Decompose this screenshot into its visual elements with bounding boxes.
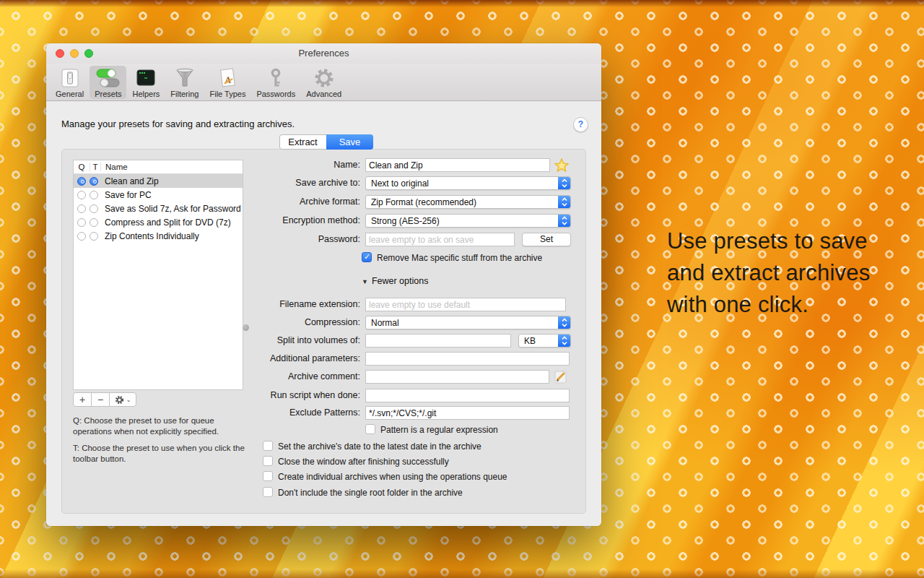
exclude-patterns-row: Exclude Patterns: xyxy=(62,406,585,420)
intro-text: Manage your presets for saving and extra… xyxy=(61,118,295,129)
archive-comment-row: Archive comment: xyxy=(62,370,585,384)
presets-panel: Q T Name Clean and Zip Save for PC xyxy=(61,149,586,514)
additional-parameters-input[interactable] xyxy=(365,352,570,366)
split-volumes-row: Split into volumes of: KB xyxy=(62,334,585,348)
toolbar-item-advanced[interactable]: Advanced xyxy=(301,66,346,99)
marketing-tagline: Use presets to save and extract archives… xyxy=(667,225,884,321)
toolbar-item-helpers[interactable]: Helpers xyxy=(127,66,165,99)
save-archive-to-popup[interactable]: Next to original xyxy=(365,176,571,190)
run-script-row: Run script when done: xyxy=(62,389,585,403)
presets-toggles-icon xyxy=(96,67,121,89)
split-volumes-input[interactable] xyxy=(365,334,511,348)
popup-arrows-icon xyxy=(558,215,570,227)
run-script-input[interactable] xyxy=(365,389,570,402)
preset-name-input[interactable] xyxy=(365,158,550,172)
helpers-terminal-icon xyxy=(136,67,156,89)
split-unit-popup[interactable]: KB xyxy=(518,334,571,348)
toolbar-note: T: Choose the preset to use when you cli… xyxy=(73,443,255,465)
remove-mac-checkbox[interactable] xyxy=(362,252,372,262)
filtering-funnel-icon xyxy=(175,67,195,89)
toolbar-item-general[interactable]: General xyxy=(51,66,89,99)
tab-extract[interactable]: Extract xyxy=(279,134,326,150)
preferences-toolbar: General Presets Helpers Filtering xyxy=(46,64,601,101)
advanced-gear-icon xyxy=(313,67,335,89)
help-button[interactable]: ? xyxy=(573,117,588,132)
name-row: Name: xyxy=(62,158,585,173)
compression-popup[interactable]: Normal xyxy=(365,316,571,329)
disclosure-triangle-icon: ▼ xyxy=(362,278,368,285)
toolbar-item-filtering[interactable]: Filtering xyxy=(165,66,204,99)
favorite-star-icon[interactable] xyxy=(554,158,570,173)
window-title: Preferences xyxy=(46,48,601,59)
popup-arrows-icon xyxy=(558,196,570,208)
preferences-content: Manage your presets for saving and extra… xyxy=(46,102,601,526)
filename-extension-input[interactable] xyxy=(365,298,566,311)
general-switch-icon xyxy=(60,67,80,89)
title-bar: Preferences xyxy=(46,43,601,64)
file-types-document-icon: A xyxy=(217,67,237,89)
popup-arrows-icon xyxy=(558,316,570,329)
popup-arrows-icon xyxy=(558,177,570,189)
archive-date-checkbox[interactable] xyxy=(263,441,273,451)
preferences-window: Preferences General Presets Helpers xyxy=(46,43,601,526)
encryption-method-row: Encryption method: Strong (AES-256) xyxy=(62,214,585,228)
tab-save[interactable]: Save xyxy=(326,134,373,150)
filename-extension-row: Filename extension: xyxy=(62,298,585,312)
remove-mac-row: Remove Mac specific stuff from the archi… xyxy=(62,251,585,266)
popup-arrows-icon xyxy=(558,335,570,347)
individual-archives-checkbox[interactable] xyxy=(263,471,273,481)
toolbar-item-passwords[interactable]: Passwords xyxy=(251,66,300,99)
edit-comment-pencil-icon[interactable] xyxy=(554,369,569,384)
toolbar-item-file-types[interactable]: A File Types xyxy=(204,66,250,99)
desktop-background: Preferences General Presets Helpers xyxy=(0,0,924,578)
close-window-checkbox[interactable] xyxy=(263,456,273,466)
save-archive-to-row: Save archive to: Next to original xyxy=(62,176,585,191)
pattern-regex-checkbox[interactable] xyxy=(365,424,375,434)
password-input[interactable] xyxy=(365,233,515,246)
archive-format-row: Archive format: Zip Format (recommended) xyxy=(62,195,585,210)
single-root-folder-checkbox[interactable] xyxy=(263,487,273,497)
extract-save-tabs: Extract Save xyxy=(279,134,373,150)
toolbar-item-presets[interactable]: Presets xyxy=(90,66,126,99)
archive-format-popup[interactable]: Zip Format (recommended) xyxy=(365,195,571,209)
passwords-key-icon xyxy=(269,67,282,89)
set-password-button[interactable]: Set xyxy=(522,233,571,246)
pattern-regex-row: Pattern is a regular expression xyxy=(62,423,585,438)
exclude-patterns-input[interactable] xyxy=(365,406,570,420)
compression-row: Compression: Normal xyxy=(62,316,585,330)
additional-parameters-row: Additional parameters: xyxy=(62,352,585,366)
encryption-method-popup[interactable]: Strong (AES-256) xyxy=(365,214,571,228)
password-row: Password: Set xyxy=(62,233,585,247)
fewer-options-disclosure[interactable]: ▼Fewer options xyxy=(362,276,428,286)
archive-comment-input[interactable] xyxy=(365,370,549,384)
